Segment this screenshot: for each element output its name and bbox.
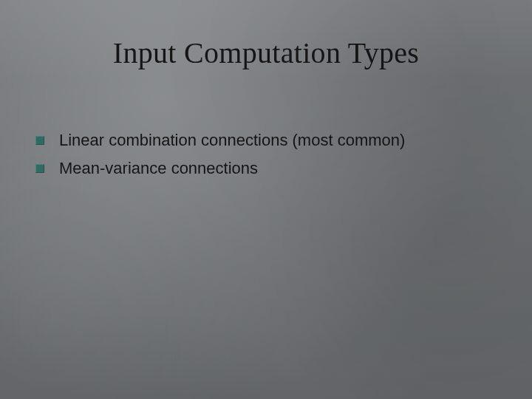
list-item: Mean-variance connections	[35, 157, 497, 180]
square-bullet-icon	[35, 164, 44, 173]
bullet-text: Linear combination connections (most com…	[59, 129, 405, 151]
bullet-text: Mean-variance connections	[59, 157, 258, 180]
slide: Input Computation Types Linear combinati…	[0, 0, 532, 399]
list-item: Linear combination connections (most com…	[35, 129, 497, 151]
slide-body: Linear combination connections (most com…	[35, 129, 497, 185]
square-bullet-icon	[35, 136, 44, 145]
slide-title: Input Computation Types	[0, 35, 532, 70]
